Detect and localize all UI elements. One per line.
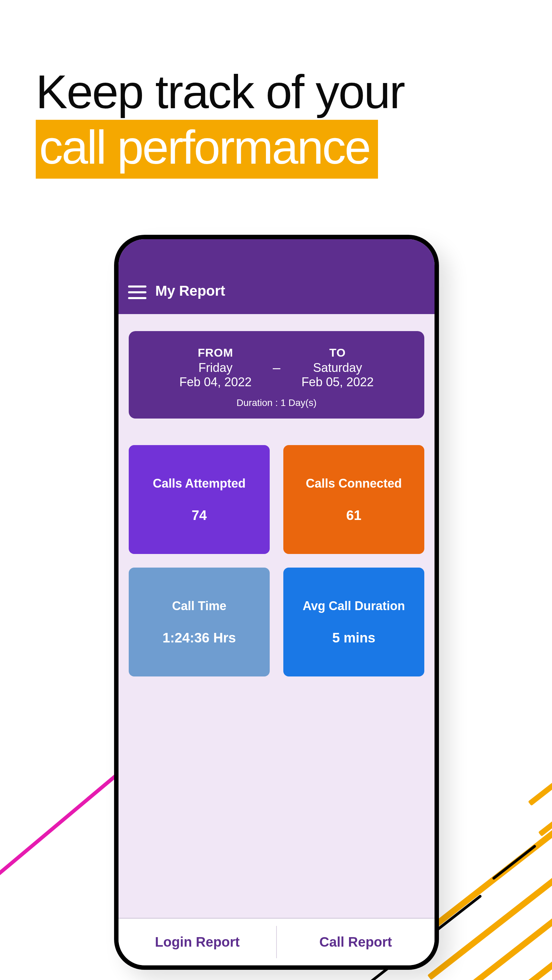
- hamburger-menu-icon[interactable]: [128, 285, 147, 299]
- stat-value: 61: [346, 508, 362, 523]
- date-from-date: Feb 04, 2022: [179, 375, 252, 389]
- stat-value: 5 mins: [332, 630, 376, 646]
- headline-line-2: call performance: [36, 120, 378, 179]
- headline-line-1: Keep track of your: [36, 68, 404, 116]
- app-body: FROM Friday Feb 04, 2022 – TO Saturday F…: [118, 314, 434, 676]
- stat-label: Calls Connected: [306, 476, 402, 491]
- date-range-separator: –: [265, 360, 288, 375]
- stat-avg-duration[interactable]: Avg Call Duration 5 mins: [283, 568, 424, 676]
- app-bar: My Report: [118, 239, 434, 314]
- decor-line: [447, 845, 552, 980]
- marketing-headline: Keep track of your call performance: [36, 68, 404, 179]
- bottom-tab-bar: Login Report Call Report: [118, 918, 434, 966]
- tab-call-report[interactable]: Call Report: [277, 919, 434, 966]
- date-to-day: Saturday: [302, 361, 373, 375]
- decor-line: [528, 751, 552, 806]
- date-range-card[interactable]: FROM Friday Feb 04, 2022 – TO Saturday F…: [129, 331, 424, 418]
- stat-calls-connected[interactable]: Calls Connected 61: [283, 445, 424, 554]
- decor-line: [428, 816, 552, 980]
- page-title: My Report: [155, 283, 225, 299]
- decor-line: [491, 900, 552, 980]
- date-to-date: Feb 05, 2022: [302, 375, 373, 389]
- date-range-duration: Duration : 1 Day(s): [141, 398, 412, 408]
- decor-line: [492, 845, 536, 880]
- stat-call-time[interactable]: Call Time 1:24:36 Hrs: [129, 568, 270, 676]
- stat-label: Avg Call Duration: [303, 598, 405, 613]
- device-frame: My Report FROM Friday Feb 04, 2022 – TO …: [114, 235, 439, 970]
- date-from: FROM Friday Feb 04, 2022: [179, 346, 252, 389]
- date-range-row: FROM Friday Feb 04, 2022 – TO Saturday F…: [141, 346, 412, 389]
- date-from-label: FROM: [179, 346, 252, 360]
- stat-value: 74: [192, 508, 207, 523]
- stat-calls-attempted[interactable]: Calls Attempted 74: [129, 445, 270, 554]
- date-to: TO Saturday Feb 05, 2022: [302, 346, 373, 389]
- date-to-label: TO: [302, 346, 373, 360]
- stat-value: 1:24:36 Hrs: [163, 630, 236, 646]
- stat-grid: Calls Attempted 74 Calls Connected 61 Ca…: [129, 445, 424, 676]
- tab-login-report[interactable]: Login Report: [118, 919, 276, 966]
- stat-label: Calls Attempted: [153, 476, 246, 491]
- stat-label: Call Time: [172, 598, 226, 613]
- date-from-day: Friday: [179, 361, 252, 375]
